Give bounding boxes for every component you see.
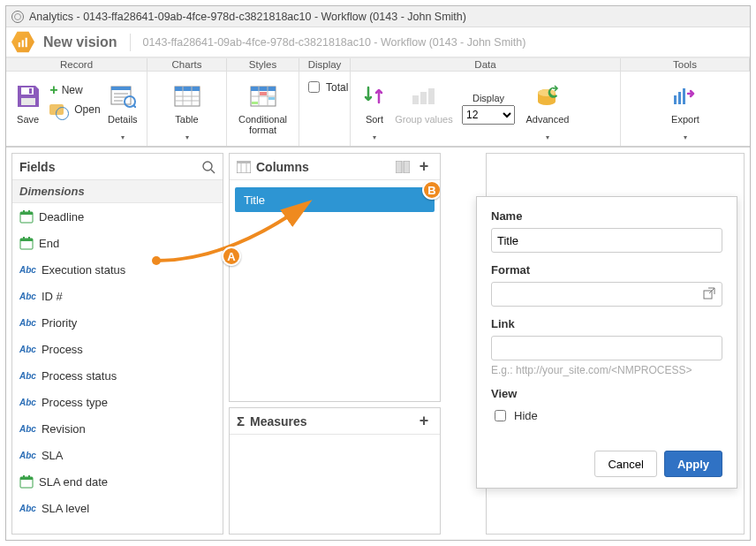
save-button[interactable]: Save bbox=[11, 75, 44, 142]
search-icon[interactable] bbox=[201, 160, 215, 174]
name-label: Name bbox=[491, 209, 722, 223]
fields-list: Deadline End AbcExecution status AbcID #… bbox=[12, 203, 223, 534]
svg-point-35 bbox=[203, 162, 212, 171]
name-input[interactable] bbox=[491, 228, 722, 253]
advanced-button[interactable]: Advanced ▾ bbox=[522, 75, 573, 142]
save-icon bbox=[14, 82, 42, 110]
text-type-icon: Abc bbox=[19, 504, 36, 513]
chevron-down-icon: ▾ bbox=[121, 135, 125, 142]
folder-open-icon bbox=[49, 104, 64, 115]
ribbon-group-styles: Conditional format bbox=[227, 72, 299, 146]
category-record: Record bbox=[6, 58, 147, 71]
field-item[interactable]: AbcProcess type bbox=[12, 389, 223, 415]
apply-button[interactable]: Apply bbox=[664, 451, 722, 477]
dimensions-header: Dimensions bbox=[12, 180, 223, 203]
svg-rect-47 bbox=[23, 475, 25, 478]
link-hint: E.g.: http://your_site.com/<NMPROCESS> bbox=[491, 364, 722, 376]
category-styles: Styles bbox=[227, 58, 299, 71]
svg-rect-32 bbox=[674, 95, 677, 104]
field-item[interactable]: AbcPriority bbox=[12, 309, 223, 336]
sort-button[interactable]: Sort ▾ bbox=[356, 75, 393, 142]
conditional-format-button[interactable]: Conditional format bbox=[233, 75, 293, 142]
svg-rect-8 bbox=[114, 93, 128, 95]
svg-rect-24 bbox=[260, 92, 267, 95]
text-type-icon: Abc bbox=[19, 265, 36, 275]
svg-rect-1 bbox=[22, 40, 24, 47]
fields-header: Fields bbox=[12, 154, 223, 180]
page-subtitle: 0143-ffa28641-09ab-4fce-978d-c3821818ac1… bbox=[143, 36, 526, 49]
field-item[interactable]: SLA end date bbox=[12, 468, 223, 495]
display-count: Display 12 bbox=[455, 75, 522, 142]
details-button[interactable]: Details ▾ bbox=[104, 75, 141, 142]
field-item[interactable]: AbcExecution status bbox=[12, 256, 223, 283]
sigma-icon: Σ bbox=[237, 413, 245, 428]
svg-rect-34 bbox=[683, 88, 685, 104]
svg-rect-10 bbox=[114, 100, 123, 102]
link-input[interactable] bbox=[491, 336, 722, 360]
category-tools: Tools bbox=[621, 58, 750, 71]
chevron-down-icon: ▾ bbox=[185, 135, 189, 142]
format-input[interactable] bbox=[491, 282, 722, 307]
app-logo-icon bbox=[11, 31, 34, 54]
display-count-select[interactable]: 12 bbox=[462, 105, 515, 125]
columns-icon bbox=[237, 161, 251, 173]
ribbon-group-tools: Export ▾ bbox=[621, 72, 750, 146]
ribbon: Save + New Open Details ▾ bbox=[6, 72, 750, 148]
ribbon-group-charts: Table ▾ bbox=[147, 72, 227, 146]
format-label: Format bbox=[491, 263, 722, 277]
add-column-button[interactable]: + bbox=[415, 157, 433, 176]
columns-header: Columns + bbox=[230, 154, 440, 180]
hide-checkbox-input[interactable] bbox=[495, 410, 506, 421]
table-button[interactable]: Table ▾ bbox=[166, 75, 208, 142]
svg-rect-2 bbox=[26, 37, 27, 47]
field-item[interactable]: AbcID # bbox=[12, 283, 223, 309]
text-type-icon: Abc bbox=[19, 292, 36, 301]
svg-rect-53 bbox=[396, 161, 402, 173]
text-type-icon: Abc bbox=[19, 318, 36, 328]
field-item[interactable]: AbcProcess status bbox=[12, 362, 223, 389]
window-titlebar: Analytics - 0143-ffa28641-09ab-4fce-978d… bbox=[6, 6, 750, 27]
open-button[interactable]: Open bbox=[49, 103, 100, 116]
field-item[interactable]: Deadline bbox=[12, 203, 223, 230]
column-properties-popup: Name Format Link E.g.: http://your_site.… bbox=[476, 196, 737, 489]
total-checkbox[interactable]: Total bbox=[305, 75, 348, 95]
field-item[interactable]: AbcRevision bbox=[12, 415, 223, 442]
ribbon-group-data: Sort ▾ Group values Display 12 bbox=[351, 72, 621, 146]
ribbon-group-display: Total bbox=[299, 72, 351, 146]
new-button[interactable]: + New bbox=[49, 82, 100, 98]
header-bar: New vision 0143-ffa28641-09ab-4fce-978d-… bbox=[6, 27, 750, 57]
plus-icon: + bbox=[49, 82, 57, 98]
add-measure-button[interactable]: + bbox=[415, 412, 433, 430]
svg-rect-50 bbox=[237, 161, 251, 163]
svg-rect-27 bbox=[412, 95, 419, 104]
annotation-b: B bbox=[422, 180, 441, 200]
globe-icon bbox=[11, 11, 24, 23]
field-item[interactable]: AbcSLA bbox=[12, 442, 223, 468]
cancel-button[interactable]: Cancel bbox=[594, 451, 656, 477]
fields-panel: Fields Dimensions Deadline End AbcExecut… bbox=[11, 153, 223, 535]
svg-rect-4 bbox=[21, 98, 35, 105]
field-item[interactable]: End bbox=[12, 230, 223, 256]
column-chip-title[interactable]: Title B bbox=[235, 187, 435, 212]
header-separator bbox=[130, 34, 131, 51]
export-button[interactable]: Export ▾ bbox=[662, 75, 708, 142]
external-link-icon[interactable] bbox=[703, 287, 715, 300]
ribbon-category-strip: Record Charts Styles Display Data Tools bbox=[6, 57, 750, 72]
details-icon bbox=[109, 82, 137, 110]
total-checkbox-input[interactable] bbox=[308, 81, 320, 93]
chevron-down-icon: ▾ bbox=[373, 135, 376, 142]
text-type-icon: Abc bbox=[19, 371, 36, 381]
field-item[interactable]: AbcProcess bbox=[12, 336, 223, 362]
svg-rect-44 bbox=[28, 237, 30, 239]
hide-checkbox[interactable]: Hide bbox=[491, 407, 722, 424]
sort-icon bbox=[360, 82, 389, 110]
text-type-icon: Abc bbox=[19, 345, 36, 354]
calendar-icon bbox=[19, 236, 34, 250]
svg-rect-5 bbox=[29, 88, 32, 94]
svg-rect-33 bbox=[678, 92, 681, 104]
layout-icon[interactable] bbox=[396, 161, 410, 173]
svg-rect-29 bbox=[428, 88, 435, 104]
table-icon bbox=[173, 82, 201, 110]
category-charts: Charts bbox=[147, 58, 227, 71]
field-item[interactable]: AbcSLA level bbox=[12, 495, 223, 521]
